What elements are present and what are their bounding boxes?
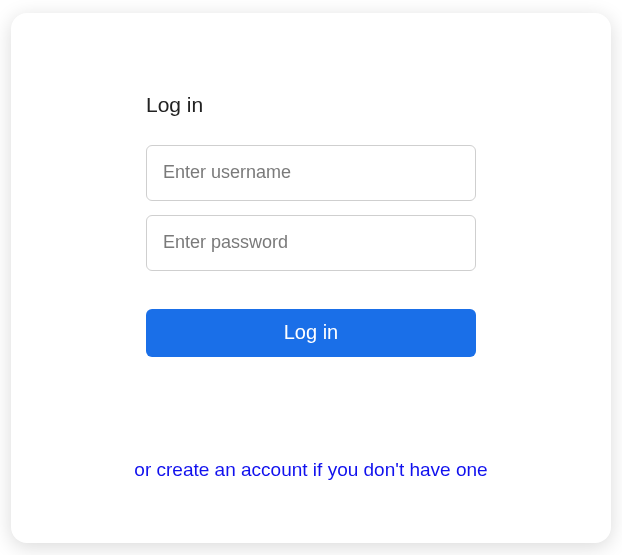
create-account-link[interactable]: or create an account if you don't have o…	[134, 459, 487, 480]
login-heading: Log in	[146, 93, 476, 117]
login-form: Log in Log in	[146, 93, 476, 357]
login-button[interactable]: Log in	[146, 309, 476, 357]
password-input[interactable]	[146, 215, 476, 271]
username-input[interactable]	[146, 145, 476, 201]
footer: or create an account if you don't have o…	[11, 459, 611, 481]
login-card: Log in Log in or create an account if yo…	[11, 13, 611, 543]
